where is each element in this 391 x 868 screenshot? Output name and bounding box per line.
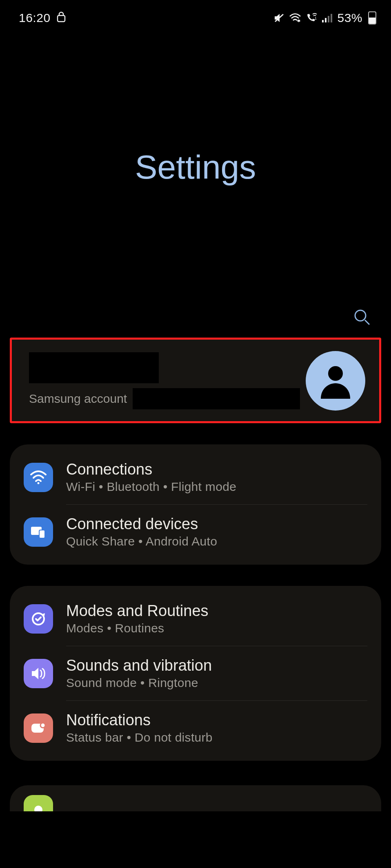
- svg-point-7: [355, 310, 366, 321]
- item-subtitle: Status bar • Do not disturb: [66, 731, 367, 744]
- redacted-email: [133, 388, 300, 409]
- item-title: Modes and Routines: [66, 602, 367, 620]
- status-time: 16:20: [19, 11, 51, 25]
- battery-icon: [368, 11, 376, 24]
- settings-group: Connections Wi-Fi • Bluetooth • Flight m…: [10, 444, 381, 565]
- item-subtitle: Modes • Routines: [66, 621, 367, 635]
- hero: Settings: [0, 29, 391, 306]
- lock-icon: [56, 11, 66, 25]
- signal-icon: [322, 13, 332, 23]
- settings-item-display[interactable]: [10, 795, 381, 811]
- wifi-icon: [24, 463, 53, 492]
- settings-item-connections[interactable]: Connections Wi-Fi • Bluetooth • Flight m…: [10, 450, 381, 504]
- svg-rect-0: [58, 15, 65, 22]
- avatar: [306, 351, 365, 411]
- svg-point-10: [38, 482, 40, 484]
- item-subtitle: Sound mode • Ringtone: [66, 676, 367, 690]
- svg-rect-6: [331, 14, 332, 22]
- settings-group: [10, 785, 381, 811]
- page-title: Settings: [135, 148, 256, 186]
- svg-text:1: 1: [315, 16, 317, 20]
- person-icon: [315, 360, 356, 402]
- status-bar: 16:20 1: [0, 0, 391, 29]
- account-subtitle: Samsung account: [29, 392, 127, 406]
- wifi-calling-icon: 1: [305, 13, 318, 23]
- samsung-account-card[interactable]: Samsung account: [10, 338, 381, 423]
- item-title: Connected devices: [66, 515, 367, 533]
- svg-rect-12: [39, 530, 45, 538]
- svg-rect-3: [322, 20, 324, 22]
- item-subtitle: Wi-Fi • Bluetooth • Flight mode: [66, 480, 367, 494]
- settings-item-notifications[interactable]: Notifications Status bar • Do not distur…: [10, 701, 381, 755]
- item-title: Notifications: [66, 711, 367, 729]
- settings-item-connected-devices[interactable]: Connected devices Quick Share • Android …: [10, 505, 381, 559]
- display-icon: [24, 795, 53, 811]
- search-icon: [352, 307, 371, 327]
- sound-icon: [24, 659, 53, 688]
- settings-item-modes-routines[interactable]: Modes and Routines Modes • Routines: [10, 592, 381, 646]
- svg-rect-4: [325, 18, 327, 22]
- item-subtitle: Quick Share • Android Auto: [66, 534, 367, 548]
- svg-rect-5: [328, 16, 329, 22]
- item-title: Connections: [66, 461, 367, 478]
- svg-line-8: [365, 320, 369, 325]
- item-title: Sounds and vibration: [66, 657, 367, 674]
- settings-group: Modes and Routines Modes • Routines Soun…: [10, 586, 381, 761]
- svg-point-16: [34, 806, 42, 811]
- svg-point-9: [328, 366, 343, 381]
- mute-icon: [273, 13, 285, 23]
- svg-point-15: [40, 723, 45, 728]
- search-button[interactable]: [350, 306, 373, 329]
- notifications-icon: [24, 713, 53, 743]
- settings-item-sounds[interactable]: Sounds and vibration Sound mode • Ringto…: [10, 646, 381, 700]
- devices-icon: [24, 517, 53, 547]
- routine-icon: [24, 604, 53, 634]
- battery-percentage: 53%: [337, 11, 362, 25]
- wifi-icon: [289, 13, 301, 23]
- redacted-name: [29, 352, 159, 383]
